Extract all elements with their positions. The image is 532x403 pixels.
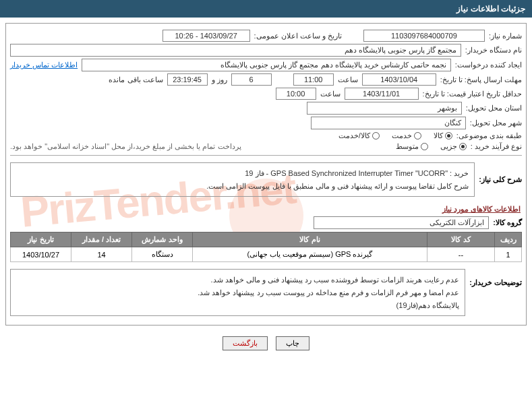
deadline-label: مهلت ارسال پاسخ: تا تاریخ: xyxy=(440,75,522,84)
radio-service[interactable] xyxy=(414,132,421,140)
process-radio-group: جزیی متوسط xyxy=(396,142,467,151)
note-line-1: عدم رعایت هربند الزامات توسط فروشنده سبب… xyxy=(16,274,459,286)
radio-goods[interactable] xyxy=(445,132,452,140)
table-row: 1 -- گیرنده GPS (سیستم موقعیت یاب جهانی)… xyxy=(11,247,522,262)
th-row: ردیف xyxy=(495,232,522,247)
city-label: شهر محل تحویل: xyxy=(470,119,522,127)
countdown-timer: 23:19:45 xyxy=(167,73,208,86)
description-line-2: شرح کامل تقاضا پیوست و ارائه پیشنهاد فنی… xyxy=(16,180,469,193)
deadline-date: 1403/10/04 xyxy=(362,73,436,86)
description-box: خرید : "GPS Based Synchronized Interrupt… xyxy=(10,162,475,197)
need-no-value: 1103097684000709 xyxy=(363,30,485,42)
radio-goods-label: کالا xyxy=(434,131,443,140)
radio-service-label: خدمت xyxy=(392,131,412,140)
print-button[interactable]: چاپ xyxy=(276,336,309,350)
radio-minor[interactable] xyxy=(459,143,467,150)
buyer-value: مجتمع گاز پارس جنوبی پالایشگاه دهم xyxy=(10,44,461,57)
province-value: بوشهر xyxy=(307,102,462,115)
time-label-1: ساعت xyxy=(338,75,358,84)
details-panel: شماره نیاز: 1103097684000709 تاریخ و ساع… xyxy=(5,23,527,326)
th-date: تاریخ نیاز xyxy=(11,232,71,247)
remain-label: ساعت باقی مانده xyxy=(109,75,162,84)
province-label: استان محل تحویل: xyxy=(466,104,522,113)
validity-date: 1403/11/01 xyxy=(345,88,419,100)
radio-goods-service-label: کالا/خدمت xyxy=(338,131,370,140)
category-radio-group: کالا خدمت کالا/خدمت xyxy=(338,131,452,140)
radio-minor-label: جزیی xyxy=(440,142,457,151)
group-value: ابزارآلات الکتریکی xyxy=(314,216,489,229)
td-row: 1 xyxy=(495,247,522,262)
city-value: کنگان xyxy=(311,117,466,129)
buyer-notes-box: عدم رعایت هربند الزامات توسط فروشنده سبب… xyxy=(10,269,465,316)
th-code: کد کالا xyxy=(427,232,495,247)
days-label: روز و xyxy=(212,75,227,84)
group-label: گروه کالا: xyxy=(493,218,522,227)
th-name: نام کالا xyxy=(193,232,427,247)
time-label-2: ساعت xyxy=(320,90,341,98)
process-label: نوع فرآیند خرید : xyxy=(471,142,522,151)
page-header: جزئیات اطلاعات نیاز xyxy=(0,0,532,18)
back-button[interactable]: بازگشت xyxy=(223,336,268,350)
category-label: طبقه بندی موضوعی: xyxy=(456,131,522,140)
radio-goods-service[interactable] xyxy=(372,132,380,140)
need-no-label: شماره نیاز: xyxy=(489,32,522,40)
buyer-notes-label: توضیحات خریدار: xyxy=(469,266,522,287)
days-remaining: 6 xyxy=(231,73,272,86)
note-line-3: پالایشگاه دهم(فاز19) xyxy=(16,299,459,312)
td-name: گیرنده GPS (سیستم موقعیت یاب جهانی) xyxy=(193,247,427,262)
description-title: شرح کلی نیاز: xyxy=(479,175,522,184)
radio-medium[interactable] xyxy=(421,143,428,150)
button-bar: چاپ بازگشت xyxy=(0,331,532,356)
requester-label: ایجاد کننده درخواست: xyxy=(455,61,522,69)
items-section-title: اطلاعات کالاهای مورد نیاز xyxy=(11,205,521,214)
items-table: ردیف کد کالا نام کالا واحد شمارش تعداد /… xyxy=(10,232,522,262)
contact-buyer-link[interactable]: اطلاعات تماس خریدار xyxy=(10,61,78,69)
validity-time: 10:00 xyxy=(276,88,316,100)
note-line-2: عدم امضا و مهر فرم الزامات و فرم منع مدا… xyxy=(16,286,459,299)
announce-date-label: تاریخ و ساعت اعلان عمومی: xyxy=(254,32,342,40)
radio-medium-label: متوسط xyxy=(396,142,419,151)
td-code: -- xyxy=(427,247,495,262)
th-qty: تعداد / مقدار xyxy=(71,232,132,247)
td-qty: 14 xyxy=(71,247,132,262)
validity-label: حداقل تاریخ اعتبار قیمت: تا تاریخ: xyxy=(423,90,522,98)
th-unit: واحد شمارش xyxy=(132,232,193,247)
payment-note: پرداخت تمام یا بخشی از مبلغ خرید،از محل … xyxy=(10,142,241,151)
td-unit: دستگاه xyxy=(132,247,193,262)
buyer-label: نام دستگاه خریدار: xyxy=(465,46,522,55)
td-date: 1403/10/27 xyxy=(11,247,71,262)
announce-date-value: 1403/09/27 - 10:26 xyxy=(162,30,250,42)
description-line-1: خرید : "GPS Based Synchronized Interrupt… xyxy=(16,167,469,180)
deadline-time: 11:00 xyxy=(293,73,334,86)
requester-value: نجمه حاتمی کارشناس خرید پالایشگاه دهم مج… xyxy=(82,59,451,71)
